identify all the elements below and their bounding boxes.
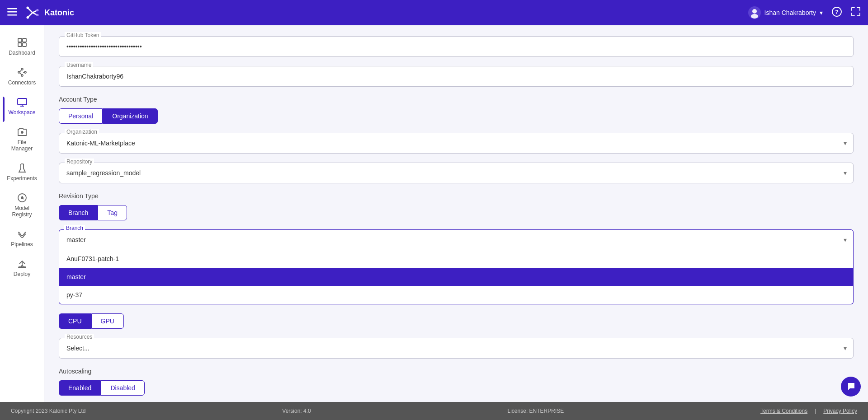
sidebar-item-experiments[interactable]: Experiments bbox=[3, 158, 42, 186]
privacy-link[interactable]: Privacy Policy bbox=[823, 408, 857, 414]
autoscaling-enabled[interactable]: Enabled bbox=[59, 380, 101, 396]
svg-point-4 bbox=[27, 16, 29, 19]
account-type-label: Account Type bbox=[59, 96, 854, 103]
autoscaling-label: Autoscaling bbox=[59, 368, 854, 375]
account-type-toggle: Personal Organization bbox=[59, 108, 854, 124]
expand-button[interactable] bbox=[851, 7, 861, 19]
cpu-gpu-group: CPU GPU bbox=[59, 313, 854, 329]
copyright-text: Copyright 2023 Katonic Pty Ltd bbox=[11, 408, 85, 414]
navbar: Katonic Ishan Chakraborty ▾ ? bbox=[0, 0, 868, 25]
cpu-gpu-toggle: CPU GPU bbox=[59, 313, 854, 329]
sidebar-item-label: Model Registry bbox=[6, 205, 38, 218]
github-token-label: GitHub Token bbox=[65, 32, 101, 38]
sidebar-item-dashboard[interactable]: Dashboard bbox=[3, 33, 42, 61]
sidebar-item-connectors[interactable]: Connectors bbox=[3, 62, 42, 90]
sidebar-item-label: Experiments bbox=[7, 175, 37, 182]
svg-rect-14 bbox=[18, 43, 22, 47]
chat-bubble[interactable] bbox=[841, 377, 861, 397]
username-label: Username bbox=[65, 62, 93, 68]
organization-label: Organization bbox=[65, 129, 99, 135]
svg-point-8 bbox=[752, 9, 757, 14]
sidebar-item-pipelines[interactable]: Pipelines bbox=[3, 224, 42, 252]
revision-type-tag[interactable]: Tag bbox=[98, 205, 127, 220]
svg-point-16 bbox=[18, 71, 20, 73]
cpu-button[interactable]: CPU bbox=[59, 313, 91, 329]
svg-rect-0 bbox=[7, 8, 17, 9]
svg-rect-2 bbox=[7, 14, 17, 16]
resources-label: Resources bbox=[65, 334, 94, 340]
sidebar-item-workspace[interactable]: Workspace bbox=[3, 92, 42, 120]
github-token-group: GitHub Token bbox=[59, 36, 854, 57]
menu-button[interactable] bbox=[7, 7, 17, 19]
resources-group: Resources Select... ▾ bbox=[59, 338, 854, 359]
svg-point-9 bbox=[751, 14, 758, 19]
sidebar-item-label: Deploy bbox=[14, 271, 30, 277]
svg-point-3 bbox=[27, 7, 29, 9]
repository-group: Repository sample_regression_model ▾ bbox=[59, 163, 854, 183]
svg-line-20 bbox=[20, 70, 22, 72]
sidebar-item-label: File Manager bbox=[6, 139, 38, 152]
branch-option-py37[interactable]: py-37 bbox=[59, 286, 853, 304]
svg-point-5 bbox=[36, 9, 38, 11]
resources-field: Resources Select... ▾ bbox=[59, 338, 854, 359]
revision-type-branch[interactable]: Branch bbox=[59, 205, 98, 220]
branch-options: AnuF0731-patch-1 master py-37 bbox=[59, 250, 854, 304]
sidebar-item-label: Workspace bbox=[9, 109, 36, 116]
revision-type-group: Revision Type Branch Tag bbox=[59, 192, 854, 220]
svg-line-21 bbox=[20, 73, 22, 75]
svg-rect-13 bbox=[23, 38, 26, 42]
navbar-right: Ishan Chakraborty ▾ ? bbox=[748, 6, 861, 19]
organization-group: Organization Katonic-ML-Marketplace ▾ bbox=[59, 133, 854, 154]
svg-rect-23 bbox=[18, 98, 27, 105]
footer: Copyright 2023 Katonic Pty Ltd Version: … bbox=[0, 402, 868, 420]
sidebar-item-label: Dashboard bbox=[9, 50, 35, 56]
content-area: GitHub Token Username Account Type Perso… bbox=[44, 25, 868, 402]
autoscaling-disabled[interactable]: Disabled bbox=[101, 380, 144, 396]
footer-links: Terms & Conditions | Privacy Policy bbox=[760, 408, 857, 414]
branch-option-master[interactable]: master bbox=[59, 268, 853, 286]
sidebar-item-model-registry[interactable]: Model Registry bbox=[3, 188, 42, 222]
repository-select[interactable]: sample_regression_model bbox=[59, 163, 853, 183]
sidebar-item-deploy[interactable]: Deploy bbox=[3, 254, 42, 282]
svg-rect-15 bbox=[23, 43, 26, 47]
chevron-down-icon: ▾ bbox=[820, 9, 823, 16]
terms-link[interactable]: Terms & Conditions bbox=[760, 408, 807, 414]
organization-field: Organization Katonic-ML-Marketplace ▾ bbox=[59, 133, 854, 154]
user-name: Ishan Chakraborty bbox=[764, 9, 816, 16]
username-field: Username bbox=[59, 66, 854, 87]
revision-type-label: Revision Type bbox=[59, 192, 854, 200]
svg-point-6 bbox=[36, 14, 38, 16]
username-group: Username bbox=[59, 66, 854, 87]
sidebar-item-label: Pipelines bbox=[11, 241, 33, 247]
account-type-personal[interactable]: Personal bbox=[59, 108, 103, 124]
branch-select[interactable]: Select... AnuF0731-patch-1 master py-37 bbox=[59, 230, 853, 250]
github-token-field: GitHub Token bbox=[59, 36, 854, 57]
resources-select[interactable]: Select... bbox=[59, 338, 853, 358]
repository-label: Repository bbox=[65, 159, 94, 165]
svg-point-19 bbox=[24, 71, 26, 73]
help-button[interactable]: ? bbox=[832, 7, 842, 19]
app-name: Katonic bbox=[44, 8, 74, 18]
sidebar: Dashboard Connectors Workspace File Mana… bbox=[0, 25, 44, 402]
sidebar-item-file-manager[interactable]: File Manager bbox=[3, 122, 42, 156]
github-token-input[interactable] bbox=[59, 37, 853, 56]
autoscaling-group: Autoscaling Enabled Disabled bbox=[59, 368, 854, 396]
branch-group: Branch Select... AnuF0731-patch-1 master… bbox=[59, 229, 854, 304]
svg-rect-12 bbox=[18, 38, 22, 42]
account-type-group: Account Type Personal Organization bbox=[59, 96, 854, 124]
version-text: Version: 4.0 bbox=[282, 408, 311, 414]
gpu-button[interactable]: GPU bbox=[91, 313, 124, 329]
svg-rect-1 bbox=[7, 11, 17, 13]
footer-separator: | bbox=[815, 408, 816, 414]
branch-option-anuf[interactable]: AnuF0731-patch-1 bbox=[59, 250, 853, 268]
autoscaling-toggle: Enabled Disabled bbox=[59, 380, 854, 396]
user-menu[interactable]: Ishan Chakraborty ▾ bbox=[748, 6, 823, 19]
username-input[interactable] bbox=[59, 66, 853, 86]
organization-select[interactable]: Katonic-ML-Marketplace bbox=[59, 133, 853, 153]
license-text: License: ENTERPRISE bbox=[508, 408, 564, 414]
svg-point-30 bbox=[21, 197, 23, 199]
branch-label: Branch bbox=[64, 225, 85, 231]
revision-type-toggle: Branch Tag bbox=[59, 205, 854, 220]
account-type-organization[interactable]: Organization bbox=[103, 108, 157, 124]
svg-text:?: ? bbox=[835, 8, 839, 15]
